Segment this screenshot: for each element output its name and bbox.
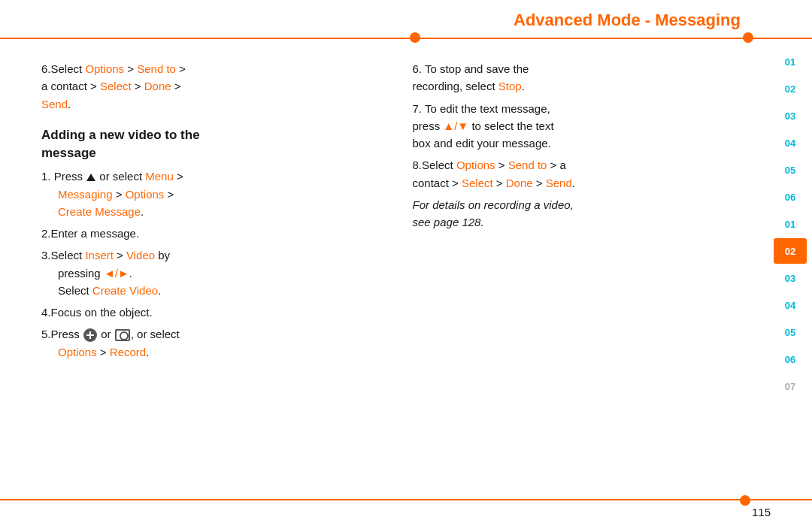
step6r-stop: Stop	[498, 80, 522, 92]
step3-create-video: Create Video	[92, 284, 158, 297]
step8-gt2: > a	[547, 159, 565, 171]
step1-dot: .	[141, 205, 144, 218]
step3-dot2: .	[158, 284, 161, 297]
sidebar-item-02b[interactable]: 02	[774, 238, 807, 264]
step8-options: Options	[456, 159, 495, 171]
step6-line2-pre: a contact >	[41, 80, 100, 92]
camera-icon	[115, 329, 130, 341]
step6-send: Send	[41, 98, 68, 110]
sidebar-item-03b[interactable]: 03	[774, 265, 807, 291]
italic-text2: see page 128.	[413, 216, 484, 228]
step3-select-pre: Select	[58, 284, 92, 297]
step4-text: 4.Focus on the object.	[41, 306, 153, 319]
step8-send: Send	[546, 177, 572, 189]
sidebar-item-02a[interactable]: 02	[774, 76, 807, 101]
step6-dot: .	[68, 98, 71, 110]
section-heading: Adding a new video to themessage	[41, 126, 375, 162]
step3: 3.Select Insert > Video by pressing ◄/►.…	[41, 246, 375, 299]
step8-done: Done	[506, 177, 533, 189]
step5: 5.Press or , or select Options > Record.	[41, 325, 375, 361]
step1-create-message: Create Message	[58, 205, 141, 218]
step4: 4.Focus on the object.	[41, 304, 375, 321]
circle-plus-icon	[83, 328, 97, 342]
step5-options: Options	[58, 346, 97, 358]
step7-nav: ▲/▼	[443, 119, 468, 132]
step7-line2-suf: to select the text	[468, 119, 553, 132]
step1-prefix: 1. Press	[41, 170, 86, 183]
step1-or: or select	[96, 170, 145, 183]
step3-insert: Insert	[85, 249, 114, 261]
step5-or2: , or select	[131, 328, 180, 340]
step3-nav-lr: ◄/►	[104, 267, 129, 280]
step3-video: Video	[126, 249, 155, 261]
header-line	[0, 38, 812, 39]
step7-line2-pre: press	[413, 119, 444, 132]
sidebar-item-06a[interactable]: 06	[774, 184, 807, 210]
right-column: 6. To stop and save the recording, selec…	[398, 45, 769, 491]
step1-gt: >	[174, 170, 183, 183]
step3-pressing: pressing	[58, 267, 104, 280]
header-dot-left	[410, 32, 420, 43]
main-content: 6.Select Options > Send to > a contact >…	[0, 45, 768, 491]
step5-prefix: 5.Press	[41, 328, 83, 340]
step2: 2.Enter a message.	[41, 225, 375, 242]
sidebar-item-05b[interactable]: 05	[774, 319, 807, 345]
step6-sendto: Send to	[137, 62, 176, 75]
step7: 7. To edit the text message, press ▲/▼ t…	[413, 100, 747, 153]
italic-text1: For details on recording a video,	[413, 198, 574, 211]
step6-prefix: 6.Select	[41, 62, 85, 75]
step5-dot: .	[146, 346, 149, 358]
italic-note: For details on recording a video, see pa…	[413, 196, 747, 231]
step2-text: 2.Enter a message.	[41, 227, 139, 240]
sidebar-item-06b[interactable]: 06	[774, 346, 807, 372]
footer-line	[0, 499, 812, 500]
step8: 8.Select Options > Send to > a contact >…	[413, 156, 747, 192]
step3-suffix: by	[155, 249, 170, 261]
arrow-up-icon	[86, 174, 95, 181]
step6r-dot: .	[522, 80, 525, 92]
step8-line2-pre: contact >	[413, 177, 462, 189]
page-title: Advanced Mode - Messaging	[514, 11, 741, 30]
step3-prefix: 3.Select	[41, 249, 85, 261]
left-column: 6.Select Options > Send to > a contact >…	[0, 45, 398, 491]
step8-gt: >	[495, 159, 508, 171]
step7-prefix: 7. To edit the text message,	[413, 102, 550, 115]
step6r-line2-pre: recording, select	[413, 80, 498, 92]
step1-options: Options	[126, 188, 165, 201]
step6-gt3: >	[132, 80, 144, 92]
sidebar-item-05a[interactable]: 05	[774, 157, 807, 183]
step8-send-to: Send to	[508, 159, 547, 171]
step1-gt2: >	[113, 188, 126, 201]
step6-options: Options	[85, 62, 124, 75]
step8-dot: .	[572, 177, 575, 189]
step5-gt: >	[97, 346, 110, 358]
step3-dot1: .	[129, 267, 132, 280]
step8-gt3: >	[493, 177, 506, 189]
step3-gt: >	[114, 249, 126, 261]
sidebar-item-01b[interactable]: 01	[774, 211, 807, 237]
step1: 1. Press or select Menu > Messaging > Op…	[41, 168, 375, 220]
step5-record: Record	[110, 346, 146, 358]
step6-gt4: >	[171, 80, 181, 92]
step5-or: or	[98, 328, 114, 340]
step6-right: 6. To stop and save the recording, selec…	[413, 60, 747, 95]
step6r-prefix: 6. To stop and save the	[413, 62, 529, 75]
step1-menu: Menu	[145, 170, 174, 183]
header-dot-right	[743, 32, 753, 43]
sidebar-item-07[interactable]: 07	[774, 373, 807, 399]
step6-gt1: >	[124, 62, 137, 75]
sidebar-item-04a[interactable]: 04	[774, 130, 807, 156]
step6-done: Done	[144, 80, 171, 92]
sidebar-item-04b[interactable]: 04	[774, 292, 807, 318]
step8-gt4: >	[533, 177, 546, 189]
step6-gt2: >	[176, 62, 186, 75]
step7-line3: box and edit your message.	[413, 137, 551, 150]
chapter-sidebar: 01 02 03 04 05 06 01 02 03 04 05 06 07	[768, 0, 812, 529]
footer-dot	[740, 495, 750, 506]
step8-prefix: 8.Select	[413, 159, 456, 171]
step1-gt3: >	[164, 188, 174, 201]
step6-left: 6.Select Options > Send to > a contact >…	[41, 60, 375, 113]
step8-select: Select	[462, 177, 493, 189]
sidebar-item-03a[interactable]: 03	[774, 103, 807, 128]
sidebar-item-01a[interactable]: 01	[774, 49, 807, 74]
